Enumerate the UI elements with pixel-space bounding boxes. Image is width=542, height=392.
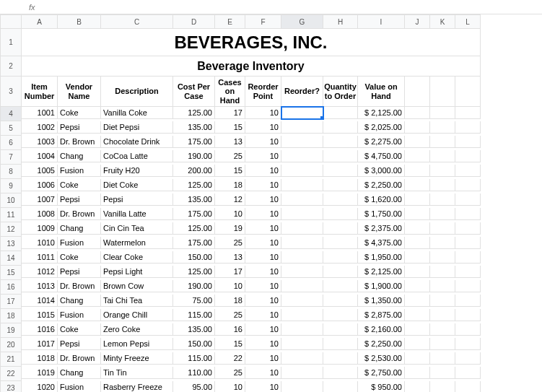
row-header-22[interactable]: 22 (0, 367, 22, 381)
cell-value[interactable]: $ 2,250.00 (358, 179, 405, 191)
cell-value[interactable]: $ 1,620.00 (358, 193, 405, 206)
cell-cases[interactable]: 10 (215, 208, 245, 220)
row-header-10[interactable]: 10 (0, 193, 22, 208)
empty-cell[interactable] (405, 295, 430, 307)
cell-desc[interactable]: Minty Freeze (101, 352, 173, 365)
row-header-18[interactable]: 18 (0, 309, 22, 323)
row-header-17[interactable]: 17 (0, 295, 22, 309)
empty-cell[interactable] (405, 280, 430, 292)
cell-item[interactable]: 1010 (22, 237, 58, 249)
empty-cell[interactable] (405, 266, 430, 278)
empty-cell[interactable] (430, 237, 455, 249)
cell-cost[interactable]: 115.00 (173, 309, 215, 321)
empty-cell[interactable] (430, 280, 455, 292)
empty-cell[interactable] (430, 165, 455, 177)
cell-cases[interactable]: 10 (215, 381, 245, 392)
row-header-13[interactable]: 13 (0, 237, 22, 251)
cell-item[interactable]: 1004 (22, 150, 58, 162)
cell-item[interactable]: 1020 (22, 381, 58, 392)
col-header-B[interactable]: B (58, 14, 101, 29)
cell-item[interactable]: 1001 (22, 107, 58, 119)
cell-cost[interactable]: 135.00 (173, 193, 215, 206)
cell-cases[interactable]: 22 (215, 352, 245, 365)
cell-vendor[interactable]: Fusion (58, 381, 101, 392)
cell-vendor[interactable]: Dr. Brown (58, 280, 101, 292)
cell-reorderpt[interactable]: 10 (245, 338, 281, 350)
cell-vendor[interactable]: Coke (58, 179, 101, 191)
empty-cell[interactable] (455, 367, 481, 379)
cell-desc[interactable]: Pepsi Light (101, 266, 173, 278)
cell-vendor[interactable]: Coke (58, 107, 101, 119)
cell-reorderpt[interactable]: 10 (245, 280, 281, 292)
col-header-L[interactable]: L (455, 14, 481, 29)
row-header-16[interactable]: 16 (0, 280, 22, 295)
empty-cell[interactable] (430, 208, 455, 220)
cell-desc[interactable]: Diet Pepsi (101, 121, 173, 134)
cell-reorderpt[interactable]: 10 (245, 208, 281, 220)
cell-qty[interactable] (323, 136, 358, 148)
col-header-J[interactable]: J (405, 14, 430, 29)
row-header-4[interactable]: 4 (0, 107, 22, 121)
empty-cell[interactable] (430, 150, 455, 162)
cell-desc[interactable]: Clear Coke (101, 251, 173, 263)
cell-desc[interactable]: Rasberry Freeze (101, 381, 173, 392)
cell-desc[interactable]: Orange Chill (101, 309, 173, 321)
empty-cell[interactable] (405, 150, 430, 162)
cell-qty[interactable] (323, 237, 358, 249)
cell-vendor[interactable]: Chang (58, 367, 101, 379)
cell-qty[interactable] (323, 208, 358, 220)
empty-cell[interactable] (455, 266, 481, 278)
cell-item[interactable]: 1019 (22, 367, 58, 379)
cell-cases[interactable]: 15 (215, 338, 245, 350)
cell-reorder[interactable] (281, 150, 323, 162)
cell-cases[interactable]: 10 (215, 280, 245, 292)
cell-cost[interactable]: 135.00 (173, 323, 215, 336)
row-header-12[interactable]: 12 (0, 222, 22, 237)
cell-cost[interactable]: 115.00 (173, 352, 215, 365)
row-header-21[interactable]: 21 (0, 352, 22, 367)
cell-value[interactable]: $ 4,375.00 (358, 237, 405, 249)
cell-desc[interactable]: Diet Coke (101, 179, 173, 191)
cell-reorderpt[interactable]: 10 (245, 266, 281, 278)
cell-item[interactable]: 1005 (22, 165, 58, 177)
cell-item[interactable]: 1018 (22, 352, 58, 365)
empty-cell[interactable] (405, 367, 430, 379)
empty-cell[interactable] (455, 107, 481, 119)
cell-desc[interactable]: Pepsi (101, 193, 173, 206)
empty-cell[interactable] (430, 381, 455, 392)
cell-cases[interactable]: 15 (215, 165, 245, 177)
cell-reorderpt[interactable]: 10 (245, 136, 281, 148)
empty-cell[interactable] (455, 208, 481, 220)
cell-qty[interactable] (323, 280, 358, 292)
cell-reorder[interactable] (281, 266, 323, 278)
empty-cell[interactable] (430, 338, 455, 350)
col-header-D[interactable]: D (173, 14, 215, 29)
cell-qty[interactable] (323, 323, 358, 336)
col-header-F[interactable]: F (245, 14, 281, 29)
cell-cost[interactable]: 135.00 (173, 121, 215, 134)
col-header-H[interactable]: H (323, 14, 358, 29)
cell-desc[interactable]: Vanilla Coke (101, 107, 173, 119)
cell-cost[interactable]: 125.00 (173, 107, 215, 119)
empty-cell[interactable] (405, 179, 430, 191)
cell-cases[interactable]: 17 (215, 107, 245, 119)
cell-vendor[interactable]: Pepsi (58, 121, 101, 134)
col-header-K[interactable]: K (430, 14, 455, 29)
cell-qty[interactable] (323, 338, 358, 350)
cell-qty[interactable] (323, 381, 358, 392)
cell-value[interactable]: $ 2,750.00 (358, 367, 405, 379)
empty-cell[interactable] (405, 338, 430, 350)
cell-cost[interactable]: 175.00 (173, 208, 215, 220)
empty-cell[interactable] (430, 193, 455, 206)
empty-cell[interactable] (455, 295, 481, 307)
empty-cell[interactable] (455, 352, 481, 365)
cell-qty[interactable] (323, 179, 358, 191)
cell-vendor[interactable]: Chang (58, 150, 101, 162)
cell-item[interactable]: 1006 (22, 179, 58, 191)
empty-cell[interactable] (430, 179, 455, 191)
empty-cell[interactable] (455, 222, 481, 235)
cell-desc[interactable]: Tai Chi Tea (101, 295, 173, 307)
cell-value[interactable]: $ 1,350.00 (358, 295, 405, 307)
cell-value[interactable]: $ 2,250.00 (358, 338, 405, 350)
row-header-3[interactable]: 3 (0, 77, 22, 107)
